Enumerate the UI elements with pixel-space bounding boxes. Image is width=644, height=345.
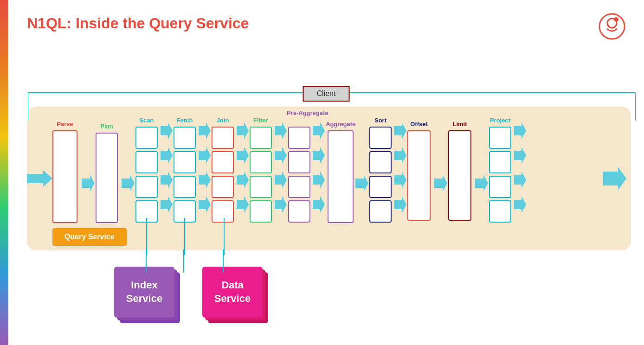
stage-limit: Limit [448, 121, 471, 221]
plan-box [96, 133, 118, 223]
svg-marker-17 [199, 196, 211, 213]
arrow-offset [434, 175, 447, 192]
svg-marker-30 [355, 175, 368, 192]
svg-marker-16 [199, 172, 211, 188]
limit-box [448, 130, 471, 221]
svg-marker-29 [313, 196, 325, 213]
stage-offset: Offset [407, 121, 431, 221]
arrows-fetch [199, 120, 211, 216]
svg-marker-36 [475, 175, 488, 192]
scan-boxes [135, 127, 158, 223]
svg-marker-32 [394, 147, 406, 164]
svg-marker-27 [313, 147, 325, 164]
stage-filter: Filter [250, 117, 272, 223]
arrows-pre-agg [313, 120, 325, 216]
svg-marker-7 [27, 170, 52, 187]
page-title: N1QL: Inside the Query Service [27, 15, 249, 32]
svg-marker-23 [275, 147, 287, 164]
svg-marker-25 [275, 196, 287, 213]
fetch-connector-2 [224, 218, 225, 255]
stage-fetch: Fetch [174, 117, 196, 223]
arrow-agg [355, 175, 368, 192]
svg-point-2 [614, 17, 618, 22]
stage-pre-aggregate: Pre-Agg [288, 117, 311, 223]
svg-marker-21 [237, 196, 249, 213]
arrows-scan [161, 120, 173, 216]
svg-marker-40 [514, 196, 526, 213]
fetch-connector [184, 218, 185, 255]
svg-marker-19 [237, 147, 249, 164]
stage-aggregate: Aggregate [326, 121, 355, 223]
client-box: Client [303, 86, 350, 102]
project-boxes [489, 127, 511, 223]
svg-point-0 [599, 14, 625, 39]
svg-marker-24 [275, 172, 287, 188]
svg-marker-22 [275, 122, 287, 139]
join-boxes [212, 127, 234, 223]
svg-marker-34 [394, 196, 406, 213]
arrows-filter [275, 120, 287, 216]
data-service-label: DataService [214, 279, 251, 305]
filter-boxes [250, 127, 272, 223]
svg-marker-12 [161, 172, 173, 188]
svg-marker-15 [199, 147, 211, 164]
svg-marker-31 [394, 122, 406, 139]
svg-marker-9 [122, 175, 135, 192]
svg-marker-14 [199, 122, 211, 139]
svg-marker-18 [237, 122, 249, 139]
svg-marker-33 [394, 172, 406, 188]
svg-marker-10 [161, 122, 173, 139]
svg-marker-37 [514, 122, 526, 139]
offset-box [407, 130, 431, 221]
arrows-sort [394, 120, 406, 216]
gradient-bar [0, 0, 8, 345]
logo [599, 13, 625, 40]
index-service-label: IndexService [126, 279, 162, 305]
query-service-badge: Query Service [52, 228, 127, 246]
stage-parse: Parse [52, 121, 77, 223]
svg-marker-26 [313, 122, 325, 139]
pipeline-container: Parse Plan Scan [27, 107, 631, 250]
stage-project: Project [489, 117, 511, 223]
output-arrow [603, 167, 626, 190]
svg-marker-20 [237, 172, 249, 188]
data-line-1 [183, 249, 184, 273]
arrow-1 [82, 175, 95, 192]
svg-marker-8 [82, 175, 95, 192]
svg-marker-28 [313, 172, 325, 188]
sort-boxes [369, 127, 392, 223]
data-line-2 [223, 249, 224, 273]
stage-sort: Sort [369, 117, 392, 223]
aggregate-box [328, 130, 354, 223]
plan-label: Plan [100, 123, 113, 130]
arrow-2 [122, 175, 135, 192]
index-line [146, 249, 147, 273]
stage-join: Join [212, 117, 234, 223]
arrow-limit [475, 175, 488, 192]
svg-marker-35 [434, 175, 447, 192]
arrows-join [237, 120, 249, 216]
arrows-project [514, 120, 526, 216]
svg-marker-13 [161, 196, 173, 213]
svg-marker-38 [514, 147, 526, 164]
fetch-boxes [174, 127, 196, 223]
svg-marker-39 [514, 172, 526, 188]
svg-marker-11 [161, 147, 173, 164]
stage-plan: Plan [96, 123, 118, 223]
input-arrow [27, 170, 52, 187]
parse-box [52, 130, 77, 223]
pre-aggregate-boxes [288, 127, 310, 223]
svg-marker-41 [603, 167, 626, 190]
stage-scan: Scan [135, 117, 158, 223]
